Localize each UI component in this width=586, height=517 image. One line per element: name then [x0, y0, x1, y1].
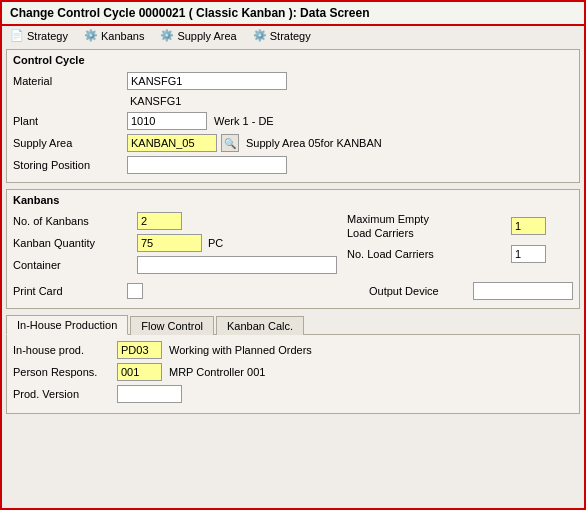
person-respons-label: Person Respons. — [13, 366, 113, 378]
tab-flow-control[interactable]: Flow Control — [130, 316, 214, 335]
no-load-carriers-row: No. Load Carriers — [347, 245, 573, 263]
material-desc-row: KANSFG1 — [13, 94, 573, 108]
storing-position-input[interactable] — [127, 156, 287, 174]
kanbans-section: Kanbans No. of Kanbans Kanban Quantity P… — [6, 189, 580, 309]
no-of-kanbans-label: No. of Kanbans — [13, 215, 133, 227]
max-empty-row: Maximum Empty Load Carriers — [347, 212, 573, 241]
material-input[interactable] — [127, 72, 287, 90]
no-load-carriers-label: No. Load Carriers — [347, 248, 507, 260]
kanban-quantity-unit: PC — [208, 237, 223, 249]
max-empty-input[interactable] — [511, 217, 546, 235]
in-house-prod-label: In-house prod. — [13, 344, 113, 356]
menu-strategy-1-label: Strategy — [27, 30, 68, 42]
menu-strategy-1[interactable]: 📄 Strategy — [10, 29, 68, 42]
storing-position-label: Storing Position — [13, 159, 123, 171]
person-respons-input[interactable] — [117, 363, 162, 381]
menu-kanbans[interactable]: ⚙️ Kanbans — [84, 29, 144, 42]
control-cycle-section: Control Cycle Material KANSFG1 Plant Wer… — [6, 49, 580, 183]
in-house-prod-input[interactable] — [117, 341, 162, 359]
person-respons-desc: MRP Controller 001 — [166, 365, 268, 379]
material-row: Material — [13, 72, 573, 90]
title-text: Change Control Cycle 0000021 ( Classic K… — [10, 6, 369, 20]
menu-bar: 📄 Strategy ⚙️ Kanbans ⚙️ Supply Area ⚙️ … — [0, 26, 586, 45]
supply-area-input[interactable] — [127, 134, 217, 152]
person-respons-row: Person Respons. MRP Controller 001 — [13, 363, 573, 381]
kanban-quantity-row: Kanban Quantity PC — [13, 234, 337, 252]
kanban-quantity-label: Kanban Quantity — [13, 237, 133, 249]
material-desc: KANSFG1 — [127, 94, 184, 108]
plant-row: Plant Werk 1 - DE — [13, 112, 573, 130]
plant-input[interactable] — [127, 112, 207, 130]
tabs-bar: In-House Production Flow Control Kanban … — [6, 315, 580, 335]
kanbans-title: Kanbans — [13, 194, 573, 206]
material-label: Material — [13, 75, 123, 87]
main-content: Control Cycle Material KANSFG1 Plant Wer… — [0, 45, 586, 510]
menu-strategy-2[interactable]: ⚙️ Strategy — [253, 29, 311, 42]
no-of-kanbans-row: No. of Kanbans — [13, 212, 337, 230]
tab-in-house-production[interactable]: In-House Production — [6, 315, 128, 335]
tab-content-in-house: In-house prod. Working with Planned Orde… — [6, 334, 580, 414]
in-house-prod-row: In-house prod. Working with Planned Orde… — [13, 341, 573, 359]
container-input[interactable] — [137, 256, 337, 274]
container-label: Container — [13, 259, 133, 271]
print-card-label: Print Card — [13, 285, 123, 297]
prod-version-row: Prod. Version — [13, 385, 573, 403]
prod-version-input[interactable] — [117, 385, 182, 403]
supply-area-search-button[interactable]: 🔍 — [221, 134, 239, 152]
max-empty-label-line1: Maximum Empty — [347, 212, 507, 226]
tabs-area: In-House Production Flow Control Kanban … — [6, 315, 580, 414]
no-of-kanbans-input[interactable] — [137, 212, 182, 230]
title-bar: Change Control Cycle 0000021 ( Classic K… — [0, 0, 586, 26]
in-house-prod-desc: Working with Planned Orders — [166, 343, 315, 357]
menu-supply-area-label: Supply Area — [177, 30, 236, 42]
output-device-input[interactable] — [473, 282, 573, 300]
supply-area-icon: ⚙️ — [160, 29, 174, 42]
menu-supply-area[interactable]: ⚙️ Supply Area — [160, 29, 236, 42]
supply-area-row: Supply Area 🔍 Supply Area 05for KANBAN — [13, 134, 573, 152]
plant-label: Plant — [13, 115, 123, 127]
output-device-label: Output Device — [369, 285, 469, 297]
container-row: Container — [13, 256, 337, 274]
tab-kanban-calc[interactable]: Kanban Calc. — [216, 316, 304, 335]
max-empty-label-line2: Load Carriers — [347, 226, 507, 240]
print-card-row: Print Card Output Device — [13, 282, 573, 300]
supply-area-label: Supply Area — [13, 137, 123, 149]
kanban-quantity-input[interactable] — [137, 234, 202, 252]
print-card-checkbox[interactable] — [127, 283, 143, 299]
menu-strategy-2-label: Strategy — [270, 30, 311, 42]
storing-position-row: Storing Position — [13, 156, 573, 174]
control-cycle-title: Control Cycle — [13, 54, 573, 66]
doc-icon: 📄 — [10, 29, 24, 42]
plant-desc: Werk 1 - DE — [211, 114, 277, 128]
strategy2-icon: ⚙️ — [253, 29, 267, 42]
kanbans-icon: ⚙️ — [84, 29, 98, 42]
prod-version-label: Prod. Version — [13, 388, 113, 400]
no-load-carriers-input[interactable] — [511, 245, 546, 263]
menu-kanbans-label: Kanbans — [101, 30, 144, 42]
supply-area-desc: Supply Area 05for KANBAN — [243, 136, 385, 150]
